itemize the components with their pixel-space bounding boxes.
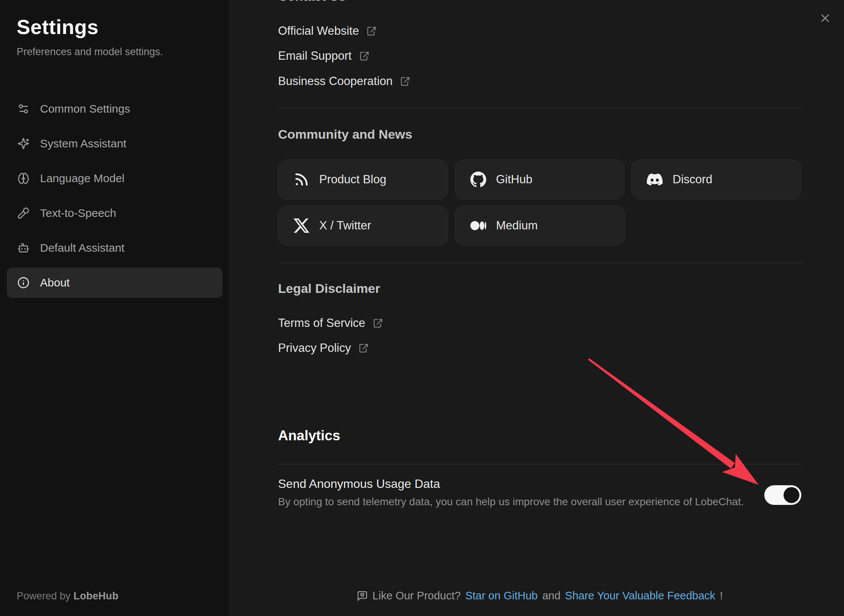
medium-button[interactable]: Medium [455, 206, 625, 246]
x-twitter-button[interactable]: X / Twitter [278, 206, 448, 246]
sidebar-item-common-settings[interactable]: Common Settings [7, 94, 223, 124]
button-label: Product Blog [319, 173, 386, 186]
discord-button[interactable]: Discord [631, 159, 801, 200]
link-label: Email Support [278, 49, 352, 63]
sidebar-item-label: About [40, 276, 70, 289]
message-heart-icon [357, 590, 368, 602]
sparkles-icon [17, 138, 29, 150]
legal-heading: Legal Disclaimer [278, 281, 801, 296]
sidebar-item-language-model[interactable]: Language Model [7, 163, 223, 193]
brand-logo: LobeHub [74, 590, 119, 602]
github-icon [470, 172, 486, 187]
email-support-link[interactable]: Email Support [278, 48, 801, 64]
settings-page: Settings Preferences and model settings.… [0, 0, 844, 616]
link-label: Privacy Policy [278, 341, 351, 355]
sidebar-item-label: Common Settings [40, 102, 130, 115]
contact-us-heading: Contact Us [278, 0, 801, 4]
terms-of-service-link[interactable]: Terms of Service [278, 315, 801, 331]
toggle-knob [784, 487, 799, 503]
discord-icon [647, 172, 663, 187]
product-blog-button[interactable]: Product Blog [278, 159, 448, 200]
external-link-icon [400, 76, 410, 87]
footer-text: and [542, 590, 560, 602]
section-divider [278, 108, 801, 108]
rss-icon [294, 172, 309, 187]
bot-icon [17, 242, 29, 254]
sidebar-item-system-assistant[interactable]: System Assistant [7, 128, 223, 159]
button-label: Medium [496, 219, 538, 232]
footer-text: Like Our Product? [373, 590, 461, 602]
page-subtitle: Preferences and model settings. [17, 46, 163, 58]
section-divider [278, 464, 801, 464]
section-divider [278, 263, 801, 263]
business-cooperation-link[interactable]: Business Cooperation [278, 73, 801, 90]
link-label: Business Cooperation [278, 74, 393, 88]
sidebar-item-label: Text-to-Speech [40, 207, 116, 220]
button-label: Discord [672, 173, 712, 186]
sidebar-item-about[interactable]: About [7, 268, 223, 298]
external-link-icon [373, 318, 383, 328]
community-heading: Community and News [278, 127, 801, 142]
sidebar-item-label: Default Assistant [40, 241, 124, 254]
external-link-icon [359, 343, 369, 353]
official-website-link[interactable]: Official Website [278, 23, 801, 39]
sidebar-item-default-assistant[interactable]: Default Assistant [7, 233, 223, 263]
link-label: Official Website [278, 24, 359, 38]
sidebar-item-text-to-speech[interactable]: Text-to-Speech [7, 198, 223, 228]
x-twitter-icon [294, 218, 309, 234]
info-icon [17, 277, 29, 289]
powered-by-text: Powered by [17, 590, 71, 602]
sliders-icon [17, 103, 29, 115]
page-title: Settings [17, 15, 99, 39]
settings-sidebar: Settings Preferences and model settings.… [0, 0, 230, 616]
medium-icon [470, 218, 486, 234]
sidebar-item-label: System Assistant [40, 137, 126, 150]
external-link-icon [359, 51, 369, 61]
usage-data-title: Send Anonymous Usage Data [278, 477, 801, 491]
community-buttons-row-1: Product Blog GitHub Discord [278, 159, 801, 200]
analytics-heading: Analytics [278, 428, 801, 444]
share-feedback-link[interactable]: Share Your Valuable Feedback [565, 590, 716, 602]
close-icon [819, 12, 832, 25]
link-label: Terms of Service [278, 316, 365, 330]
mic-icon [17, 207, 29, 219]
usage-data-description: By opting to send telemetry data, you ca… [278, 496, 801, 508]
footer: Like Our Product? Star on GitHub and Sha… [278, 590, 801, 602]
about-settings-panel: Contact Us Official Website Email Suppor… [230, 0, 844, 616]
button-label: X / Twitter [319, 219, 371, 232]
sidebar-item-label: Language Model [40, 172, 125, 185]
close-button[interactable] [816, 9, 834, 27]
brain-icon [17, 172, 29, 184]
star-on-github-link[interactable]: Star on GitHub [465, 590, 538, 602]
sidebar-menu: Common Settings System Assistant Languag… [7, 94, 223, 302]
button-label: GitHub [496, 173, 532, 186]
footer-text: ! [720, 590, 723, 602]
powered-by: Powered byLobeHub [17, 590, 119, 602]
privacy-policy-link[interactable]: Privacy Policy [278, 340, 801, 356]
github-button[interactable]: GitHub [455, 159, 625, 200]
external-link-icon [366, 26, 377, 36]
usage-data-toggle[interactable] [764, 485, 801, 505]
community-buttons-row-2: X / Twitter Medium [278, 206, 801, 246]
